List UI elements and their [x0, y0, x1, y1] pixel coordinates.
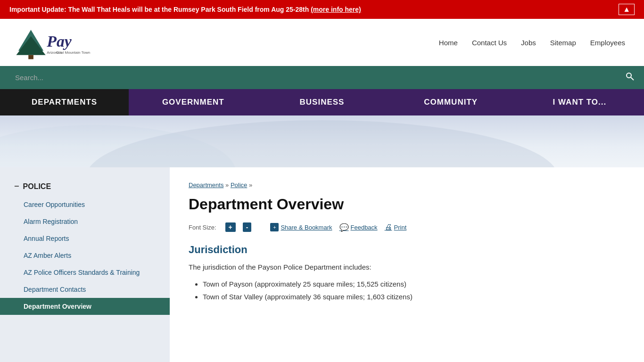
font-decrease-button[interactable]: -	[243, 222, 252, 232]
svg-text:Cool Mountain Town: Cool Mountain Town	[56, 50, 90, 55]
svg-marker-1	[16, 36, 45, 55]
breadcrumb-departments[interactable]: Departments	[189, 181, 223, 189]
logo-area: Pay Arizona's Cool Mountain Town	[9, 24, 94, 61]
feedback-label: Feedback	[351, 224, 378, 231]
sidebar: − POLICE Career Opportunities Alarm Regi…	[0, 167, 170, 362]
feedback-icon: 💬	[339, 223, 349, 232]
print-action[interactable]: 🖨 Print	[385, 223, 407, 231]
font-size-label: Font Size:	[189, 224, 216, 231]
alert-bar: Important Update: The Wall That Heals wi…	[0, 0, 644, 19]
site-logo: Pay Arizona's Cool Mountain Town	[9, 24, 94, 61]
svg-line-7	[631, 77, 634, 80]
contact-link[interactable]: Contact Us	[472, 39, 507, 47]
alert-link[interactable]: (more info here)	[311, 6, 361, 13]
jurisdiction-list: Town of Payson (approximately 25 square …	[189, 278, 625, 303]
nav-departments[interactable]: DEPARTMENTS	[0, 89, 129, 115]
page-title: Department Overview	[189, 196, 625, 213]
font-increase-button[interactable]: +	[225, 222, 236, 232]
search-bar	[0, 66, 644, 89]
breadcrumb-police[interactable]: Police	[231, 181, 247, 189]
svg-rect-2	[28, 55, 33, 59]
banner	[0, 115, 644, 167]
main-nav: DEPARTMENTS GOVERNMENT BUSINESS COMMUNIT…	[0, 89, 644, 115]
feedback-action[interactable]: 💬 Feedback	[339, 223, 378, 232]
sidebar-link-alarm[interactable]: Alarm Registration	[0, 213, 170, 230]
home-link[interactable]: Home	[439, 39, 458, 47]
print-label: Print	[394, 224, 407, 231]
search-button[interactable]	[625, 72, 635, 83]
alert-collapse-button[interactable]: ▲	[619, 4, 635, 15]
sidebar-link-azpost[interactable]: AZ Police Officers Standards & Training	[0, 264, 170, 281]
breadcrumb: Departments » Police »	[189, 181, 625, 189]
nav-government[interactable]: GOVERNMENT	[129, 89, 257, 115]
sidebar-collapse-icon[interactable]: −	[14, 181, 19, 191]
search-icon	[625, 72, 635, 81]
share-icon: +	[270, 223, 279, 231]
top-nav: Pay Arizona's Cool Mountain Town Home Co…	[0, 19, 644, 66]
employees-link[interactable]: Employees	[590, 39, 625, 47]
jobs-link[interactable]: Jobs	[521, 39, 536, 47]
nav-business[interactable]: BUSINESS	[257, 89, 386, 115]
sidebar-title-text: POLICE	[23, 182, 51, 191]
section-jurisdiction-intro: The jurisdiction of the Payson Police De…	[189, 262, 625, 273]
sidebar-link-amber[interactable]: AZ Amber Alerts	[0, 247, 170, 264]
nav-iwantto[interactable]: I WANT TO...	[515, 89, 644, 115]
alert-text: Important Update: The Wall That Heals wi…	[9, 6, 361, 13]
svg-point-6	[627, 73, 631, 78]
main-content: Departments » Police » Department Overvi…	[170, 167, 644, 362]
breadcrumb-sep1: »	[225, 181, 231, 189]
sidebar-link-annual[interactable]: Annual Reports	[0, 230, 170, 247]
svg-text:Pay: Pay	[46, 33, 72, 50]
nav-community[interactable]: COMMUNITY	[387, 89, 515, 115]
list-item: Town of Payson (approximately 25 square …	[203, 278, 625, 290]
print-icon: 🖨	[385, 223, 392, 231]
sidebar-section-title: − POLICE	[0, 177, 170, 196]
content-area: − POLICE Career Opportunities Alarm Regi…	[0, 167, 644, 362]
share-bookmark-label: Share & Bookmark	[281, 224, 332, 231]
sidebar-link-contacts[interactable]: Department Contacts	[0, 281, 170, 298]
sidebar-link-career[interactable]: Career Opportunities	[0, 196, 170, 213]
top-links: Home Contact Us Jobs Sitemap Employees	[439, 39, 625, 47]
section-jurisdiction-title: Jurisdiction	[189, 244, 625, 256]
content-toolbar: Font Size: + - + Share & Bookmark 💬 Feed…	[189, 222, 625, 232]
banner-overlay	[0, 115, 644, 167]
sidebar-link-overview[interactable]: Department Overview	[0, 298, 170, 315]
share-bookmark-action[interactable]: + Share & Bookmark	[270, 223, 332, 231]
sitemap-link[interactable]: Sitemap	[550, 39, 576, 47]
search-input[interactable]	[9, 70, 625, 85]
breadcrumb-sep2: »	[249, 181, 252, 189]
list-item: Town of Star Valley (approximately 36 sq…	[203, 290, 625, 303]
